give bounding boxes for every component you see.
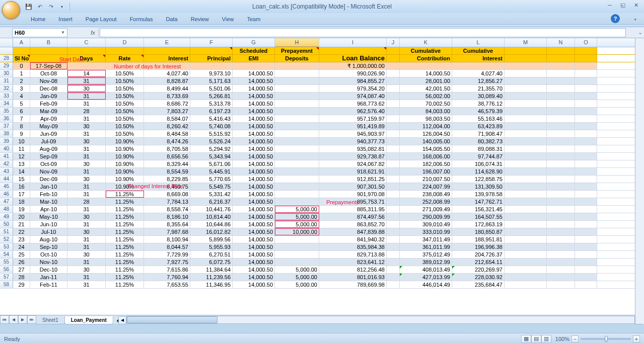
cell[interactable] <box>505 183 547 190</box>
cell[interactable]: 10.90% <box>106 153 144 160</box>
cell[interactable] <box>575 206 597 213</box>
cell[interactable] <box>505 281 547 288</box>
cell[interactable] <box>67 62 106 69</box>
cell[interactable]: Jan-11 <box>30 274 67 281</box>
office-button[interactable] <box>2 1 20 19</box>
cell[interactable]: 347,011.49 <box>400 236 452 243</box>
cell[interactable] <box>275 160 319 167</box>
cell[interactable]: 31 <box>67 168 106 175</box>
cell[interactable]: 7,927.75 <box>144 259 190 266</box>
cell[interactable]: Loan Balance <box>319 55 387 62</box>
row-header[interactable]: 28 <box>0 55 13 62</box>
cell[interactable] <box>275 183 319 190</box>
cell[interactable]: Apr-09 <box>30 115 67 122</box>
col-header-C[interactable]: C <box>67 38 106 47</box>
cell[interactable]: 8,686.72 <box>144 100 190 107</box>
cell[interactable]: 5,955.93 <box>190 243 233 250</box>
cell[interactable]: 990,026.90 <box>319 70 387 77</box>
cell[interactable]: 8,499.44 <box>144 85 190 92</box>
cell[interactable] <box>387 47 400 54</box>
row-header[interactable]: 30 <box>0 70 13 77</box>
cell[interactable] <box>387 160 400 167</box>
cell[interactable]: 156,321.45 <box>452 206 505 213</box>
cell[interactable]: 5,770.65 <box>190 176 233 183</box>
cell[interactable] <box>575 130 597 137</box>
zoom-out-icon[interactable]: − <box>571 335 579 342</box>
cell[interactable]: 16 <box>13 183 30 190</box>
cell[interactable] <box>575 108 597 115</box>
cell[interactable]: 8,044.57 <box>144 243 190 250</box>
cell[interactable] <box>275 77 319 84</box>
cell[interactable]: 6,072.75 <box>190 259 233 266</box>
cell[interactable] <box>233 62 275 69</box>
cell[interactable]: 14,000.50 <box>233 123 275 130</box>
cell[interactable]: 912,851.25 <box>319 176 387 183</box>
cell[interactable] <box>275 85 319 92</box>
cell[interactable] <box>30 47 67 54</box>
cell[interactable]: Oct-09 <box>30 160 67 167</box>
cell[interactable]: 5,171.63 <box>190 77 233 84</box>
cell[interactable] <box>575 168 597 175</box>
cell[interactable] <box>275 138 319 145</box>
cell[interactable]: 8,355.64 <box>144 221 190 228</box>
cell[interactable]: 31 <box>67 153 106 160</box>
cell[interactable]: 7 <box>13 115 30 122</box>
cell[interactable] <box>505 123 547 130</box>
cell[interactable] <box>547 138 575 145</box>
cell[interactable] <box>505 70 547 77</box>
cell[interactable]: 11.25% <box>106 236 144 243</box>
col-header-I[interactable]: I <box>319 38 387 47</box>
cell[interactable]: 131,309.50 <box>452 183 505 190</box>
hscroll-thumb[interactable] <box>127 316 218 323</box>
cell[interactable]: 12 <box>13 153 30 160</box>
cell[interactable]: 19 <box>13 206 30 213</box>
cell[interactable]: 5,549.75 <box>190 183 233 190</box>
cell[interactable]: 812,256.48 <box>319 266 387 273</box>
cell[interactable] <box>275 145 319 152</box>
cell[interactable] <box>575 251 597 258</box>
cell[interactable] <box>387 108 400 115</box>
row-header[interactable]: 46 <box>0 191 13 198</box>
cell[interactable] <box>505 228 547 235</box>
cell[interactable]: 252,008.99 <box>400 198 452 205</box>
cell[interactable] <box>547 130 575 137</box>
cell[interactable]: 31 <box>67 77 106 84</box>
cell[interactable] <box>387 85 400 92</box>
cell[interactable]: 31 <box>67 130 106 137</box>
cell[interactable]: Feb-11 <box>30 281 67 288</box>
cell[interactable]: 10.50% <box>106 93 144 100</box>
cell[interactable]: 10.50% <box>106 130 144 137</box>
cell[interactable]: 8,329.44 <box>144 160 190 167</box>
cell[interactable]: 38,776.12 <box>452 100 505 107</box>
cell[interactable] <box>452 62 505 69</box>
cell[interactable]: Rate <box>106 55 144 62</box>
row-header[interactable]: 43 <box>0 168 13 175</box>
cell[interactable]: 17-Sep-08 <box>30 62 67 69</box>
cell[interactable] <box>505 259 547 266</box>
sheet-nav-first-icon[interactable]: ⏮ <box>0 315 9 324</box>
row-header[interactable]: 29 <box>0 62 13 69</box>
cell[interactable]: 5,000.00 <box>275 281 319 288</box>
cell[interactable]: 8,705.58 <box>144 145 190 152</box>
cell[interactable] <box>387 259 400 266</box>
cell[interactable]: 139,978.58 <box>452 191 505 198</box>
cell[interactable]: 4,027.40 <box>452 70 505 77</box>
cell[interactable]: 3 <box>13 85 30 92</box>
cell[interactable]: 5,000.00 <box>275 221 319 228</box>
cell[interactable]: 28 <box>67 198 106 205</box>
row-header[interactable]: 52 <box>0 236 13 243</box>
cell[interactable]: 14,000.50 <box>233 191 275 198</box>
cell[interactable]: 361,011.99 <box>400 243 452 250</box>
cell[interactable] <box>547 221 575 228</box>
cell[interactable] <box>190 62 233 69</box>
cell[interactable]: Nov-09 <box>30 168 67 175</box>
cell[interactable] <box>547 77 575 84</box>
ribbon-tab-review[interactable]: Review <box>184 14 216 24</box>
cell[interactable]: 885,311.95 <box>319 206 387 213</box>
cell[interactable]: 30 <box>67 85 106 92</box>
cell[interactable] <box>505 55 547 62</box>
row-header[interactable]: 41 <box>0 153 13 160</box>
row-header[interactable]: 56 <box>0 266 13 273</box>
view-page-layout-icon[interactable]: ▤ <box>531 335 541 343</box>
hscroll-left-icon[interactable]: ◀ <box>118 316 126 324</box>
